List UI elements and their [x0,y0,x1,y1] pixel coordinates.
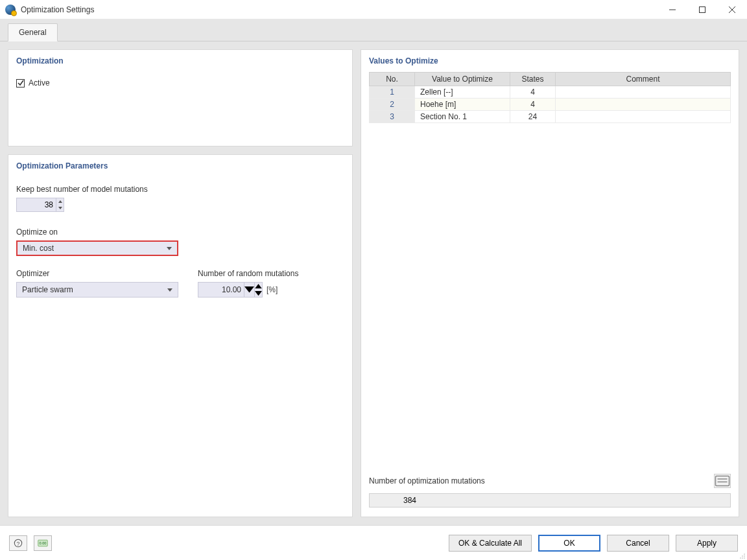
svg-marker-9 [255,284,262,288]
svg-marker-6 [167,247,172,250]
optimize-on-value: Min. cost [23,244,164,253]
optimizer-label: Optimizer [16,269,178,278]
resize-grip-icon[interactable] [739,552,746,559]
window-title: Optimization Settings [21,5,94,14]
parameters-panel-title: Optimization Parameters [8,155,352,173]
details-icon[interactable] [714,474,731,488]
svg-rect-11 [716,476,729,486]
apply-button[interactable]: Apply [676,535,738,552]
stepper-up-icon[interactable] [255,283,262,290]
cell-states: 24 [510,111,556,123]
active-checkbox[interactable]: Active [16,78,50,88]
tab-strip: General [0,19,747,41]
table-row[interactable]: 1Zellen [--]4 [370,86,731,99]
random-mutation-unit: [%] [267,285,278,294]
optimization-panel: Optimization Active [8,49,353,146]
values-panel-title: Values to Optimize [361,50,739,68]
col-no: No. [370,73,415,86]
total-mutations-display [369,493,731,508]
ok-button[interactable]: OK [538,535,600,552]
window-controls [658,0,747,19]
cell-states: 4 [510,86,556,99]
units-button[interactable]: 0.00 [34,535,52,551]
optimizer-dropdown[interactable]: Particle swarm [16,282,178,298]
titlebar: Optimization Settings [0,0,747,19]
stepper-down-icon[interactable] [56,205,64,211]
cancel-button[interactable]: Cancel [607,535,669,552]
tab-general[interactable]: General [8,23,58,41]
ok-calculate-button[interactable]: OK & Calculate All [449,535,532,552]
optimize-on-dropdown[interactable]: Min. cost [16,240,178,256]
cell-comment [556,111,731,123]
col-comment: Comment [556,73,731,86]
svg-point-21 [744,557,745,559]
cell-no: 1 [370,86,415,99]
random-mutation-label: Number of random mutations [198,269,298,278]
values-table: No. Value to Optimize States Comment 1Ze… [369,72,731,123]
minimize-button[interactable] [658,0,687,19]
cell-comment [556,99,731,111]
chevron-down-icon[interactable] [244,283,254,297]
stepper-up-icon[interactable] [56,198,64,205]
col-states: States [510,73,556,86]
keep-best-label: Keep best number of model mutations [16,185,344,194]
svg-text:0.00: 0.00 [40,541,47,545]
parameters-panel: Optimization Parameters Keep best number… [8,154,353,517]
dialog-footer: ? 0.00 OK & Calculate All OK Cancel Appl… [0,525,747,560]
cell-value: Section No. 1 [415,111,510,123]
svg-text:?: ? [17,540,20,546]
values-panel: Values to Optimize No. Value to Optimize… [361,49,739,517]
stepper-down-icon[interactable] [255,290,262,297]
dialog-body: Optimization Active Optimization Paramet… [0,41,747,525]
keep-best-input[interactable] [17,198,56,211]
random-mutation-value: 10.00 [198,285,244,294]
help-button[interactable]: ? [9,535,27,551]
svg-marker-4 [58,200,62,203]
close-button[interactable] [717,0,747,19]
svg-point-19 [744,555,745,557]
chevron-down-icon [165,288,175,292]
table-row[interactable]: 3Section No. 124 [370,111,731,123]
keep-best-spinner[interactable] [16,198,64,212]
active-label: Active [29,78,50,88]
app-icon [5,5,16,15]
total-mutations-value [370,494,419,507]
col-value: Value to Optimize [415,73,510,86]
cell-value: Hoehe [m] [415,99,510,111]
optimizer-value: Particle swarm [22,285,165,294]
maximize-button[interactable] [687,0,717,19]
cell-states: 4 [510,99,556,111]
optimization-panel-title: Optimization [8,50,352,68]
svg-point-18 [744,554,745,555]
table-header-row: No. Value to Optimize States Comment [370,73,731,86]
svg-rect-1 [700,6,706,12]
table-row[interactable]: 2Hoehe [m]4 [370,99,731,111]
svg-marker-8 [244,286,254,292]
cell-no: 2 [370,99,415,111]
total-mutations-label: Number of optimization mutations [369,476,485,485]
cell-value: Zellen [--] [415,86,510,99]
chevron-down-icon [164,247,174,250]
optimize-on-label: Optimize on [16,228,344,237]
check-icon [16,79,25,88]
svg-marker-5 [58,207,62,209]
cell-comment [556,86,731,99]
svg-point-20 [742,555,743,557]
svg-point-22 [742,557,743,559]
svg-point-23 [740,557,741,559]
cell-no: 3 [370,111,415,123]
random-mutation-input[interactable]: 10.00 [198,282,263,298]
svg-marker-10 [255,291,262,296]
svg-marker-7 [167,288,172,292]
